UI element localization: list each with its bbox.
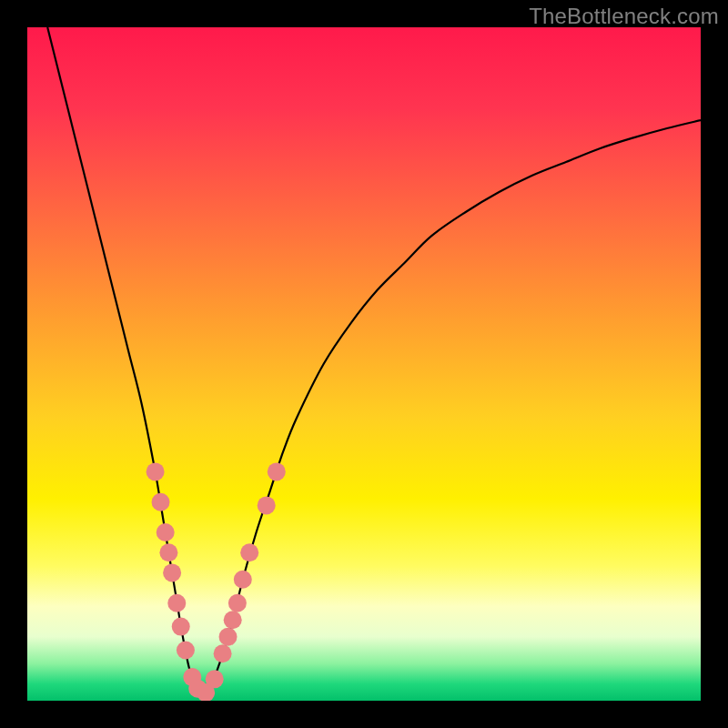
marker-point [157, 523, 175, 541]
marker-point [172, 618, 190, 636]
chart-frame [27, 27, 701, 701]
marker-point [240, 543, 258, 561]
marker-point [268, 462, 286, 480]
marker-point [258, 496, 276, 514]
marker-point [163, 563, 181, 581]
marker-point [234, 571, 252, 589]
marker-point [167, 594, 186, 612]
marker-point [147, 462, 165, 480]
chart-outer: TheBottleneck.com [0, 0, 728, 728]
marker-point [224, 611, 242, 629]
watermark-text: TheBottleneck.com [529, 4, 719, 29]
marker-point [152, 493, 170, 511]
gradient-background [27, 27, 701, 701]
marker-point [219, 628, 238, 646]
chart-svg [27, 27, 701, 701]
marker-point [214, 644, 232, 662]
marker-point [228, 594, 247, 612]
marker-point [159, 543, 177, 561]
marker-point [177, 642, 195, 660]
marker-point [206, 670, 224, 688]
